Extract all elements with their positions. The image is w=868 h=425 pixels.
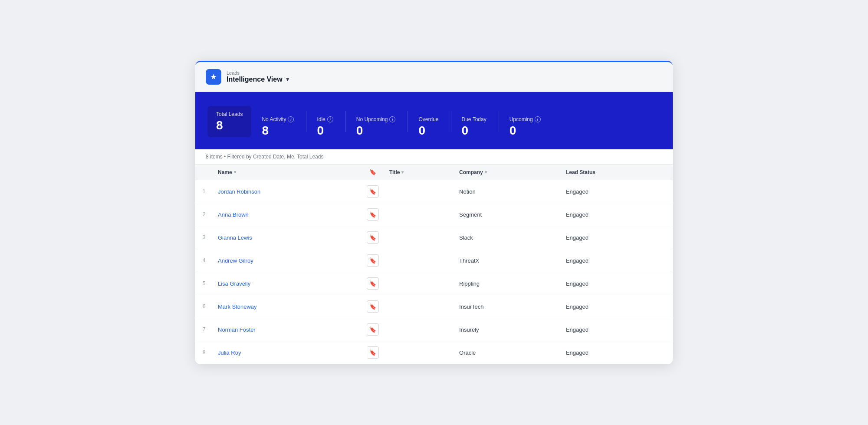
bookmark-button[interactable]: 🔖 xyxy=(367,277,379,290)
row-status: Engaged xyxy=(561,180,673,203)
row-title xyxy=(384,180,454,203)
row-bookmark-cell: 🔖 xyxy=(362,180,384,203)
app-window: ★ Leads Intelligence View ▼ Total Leads … xyxy=(195,61,673,365)
row-num: 8 xyxy=(195,341,213,364)
row-name[interactable]: Mark Stoneway xyxy=(213,295,362,318)
due-today-value: 0 xyxy=(462,124,487,138)
row-company: Oracle xyxy=(454,341,561,364)
row-status: Engaged xyxy=(561,272,673,295)
no-upcoming-label: No Upcoming i xyxy=(356,116,396,122)
row-bookmark-cell: 🔖 xyxy=(362,341,384,364)
idle-value: 0 xyxy=(317,124,333,138)
divider xyxy=(408,111,408,132)
stat-idle[interactable]: Idle i 0 xyxy=(317,116,345,138)
row-title xyxy=(384,272,454,295)
idle-label: Idle i xyxy=(317,116,333,122)
table-row: 7 Norman Foster 🔖 Insurely Engaged xyxy=(195,318,673,341)
stat-no-activity[interactable]: No Activity i 8 xyxy=(262,116,306,138)
col-title[interactable]: Title ▾ xyxy=(384,165,454,180)
row-name[interactable]: Andrew Gilroy xyxy=(213,249,362,272)
row-num: 1 xyxy=(195,180,213,203)
divider xyxy=(451,111,451,132)
bookmark-button[interactable]: 🔖 xyxy=(367,323,379,336)
row-name[interactable]: Lisa Gravelly xyxy=(213,272,362,295)
total-leads-value: 8 xyxy=(216,119,243,132)
row-bookmark-cell: 🔖 xyxy=(362,249,384,272)
row-bookmark-cell: 🔖 xyxy=(362,318,384,341)
bookmark-button[interactable]: 🔖 xyxy=(367,231,379,244)
info-icon[interactable]: i xyxy=(327,116,333,122)
row-name[interactable]: Jordan Robinson xyxy=(213,180,362,203)
bookmark-button[interactable]: 🔖 xyxy=(367,208,379,221)
table-row: 4 Andrew Gilroy 🔖 ThreatX Engaged xyxy=(195,249,673,272)
bookmark-button[interactable]: 🔖 xyxy=(367,346,379,359)
filter-bar: 8 items • Filtered by Created Date, Me, … xyxy=(195,149,673,165)
row-num: 4 xyxy=(195,249,213,272)
upcoming-value: 0 xyxy=(510,124,541,138)
row-bookmark-cell: 🔖 xyxy=(362,203,384,226)
stat-overdue[interactable]: Overdue 0 xyxy=(418,116,450,138)
row-company: InsurTech xyxy=(454,295,561,318)
bookmark-button[interactable]: 🔖 xyxy=(367,300,379,313)
divider xyxy=(499,111,499,132)
col-lead-status: Lead Status xyxy=(561,165,673,180)
row-status: Engaged xyxy=(561,203,673,226)
header-text: Leads Intelligence View ▼ xyxy=(227,70,290,83)
col-company[interactable]: Company ▾ xyxy=(454,165,561,180)
row-bookmark-cell: 🔖 xyxy=(362,272,384,295)
row-bookmark-cell: 🔖 xyxy=(362,295,384,318)
section-label: Leads xyxy=(227,70,290,76)
row-name[interactable]: Norman Foster xyxy=(213,318,362,341)
due-today-label: Due Today xyxy=(462,116,487,122)
row-name[interactable]: Gianna Lewis xyxy=(213,226,362,249)
row-name[interactable]: Anna Brown xyxy=(213,203,362,226)
row-status: Engaged xyxy=(561,341,673,364)
info-icon[interactable]: i xyxy=(389,116,395,122)
bookmark-button[interactable]: 🔖 xyxy=(367,185,379,198)
table-header-row: Name ▾ 🔖 Title ▾ xyxy=(195,165,673,180)
info-icon[interactable]: i xyxy=(288,116,294,122)
view-title[interactable]: Intelligence View ▼ xyxy=(227,76,290,83)
app-logo-icon: ★ xyxy=(206,69,221,85)
bookmark-header-icon: 🔖 xyxy=(369,169,376,175)
filter-text: 8 items • Filtered by Created Date, Me, … xyxy=(206,154,323,160)
no-upcoming-value: 0 xyxy=(356,124,396,138)
row-num: 3 xyxy=(195,226,213,249)
no-activity-value: 8 xyxy=(262,124,294,138)
divider xyxy=(345,111,346,132)
row-bookmark-cell: 🔖 xyxy=(362,226,384,249)
row-num: 2 xyxy=(195,203,213,226)
leads-table-container: Name ▾ 🔖 Title ▾ xyxy=(195,165,673,364)
header: ★ Leads Intelligence View ▼ xyxy=(195,62,673,92)
stat-no-upcoming[interactable]: No Upcoming i 0 xyxy=(356,116,408,138)
stats-banner: Total Leads 8 No Activity i 8 Idle i 0 N… xyxy=(195,92,673,150)
row-company: Insurely xyxy=(454,318,561,341)
row-name[interactable]: Julia Roy xyxy=(213,341,362,364)
table-row: 6 Mark Stoneway 🔖 InsurTech Engaged xyxy=(195,295,673,318)
upcoming-label: Upcoming i xyxy=(510,116,541,122)
row-status: Engaged xyxy=(561,249,673,272)
row-num: 6 xyxy=(195,295,213,318)
info-icon[interactable]: i xyxy=(535,116,541,122)
row-company: Slack xyxy=(454,226,561,249)
row-status: Engaged xyxy=(561,318,673,341)
row-company: ThreatX xyxy=(454,249,561,272)
stat-upcoming[interactable]: Upcoming i 0 xyxy=(510,116,553,138)
row-title xyxy=(384,295,454,318)
stat-due-today[interactable]: Due Today 0 xyxy=(462,116,499,138)
row-company: Notion xyxy=(454,180,561,203)
row-num: 5 xyxy=(195,272,213,295)
row-title xyxy=(384,249,454,272)
table-row: 8 Julia Roy 🔖 Oracle Engaged xyxy=(195,341,673,364)
row-title xyxy=(384,203,454,226)
col-num xyxy=(195,165,213,180)
total-leads-label: Total Leads xyxy=(216,111,243,117)
col-name[interactable]: Name ▾ xyxy=(213,165,362,180)
divider xyxy=(306,111,306,132)
row-status: Engaged xyxy=(561,295,673,318)
row-status: Engaged xyxy=(561,226,673,249)
leads-table: Name ▾ 🔖 Title ▾ xyxy=(195,165,673,364)
stat-total-leads[interactable]: Total Leads 8 xyxy=(207,106,251,138)
row-title xyxy=(384,318,454,341)
bookmark-button[interactable]: 🔖 xyxy=(367,254,379,267)
